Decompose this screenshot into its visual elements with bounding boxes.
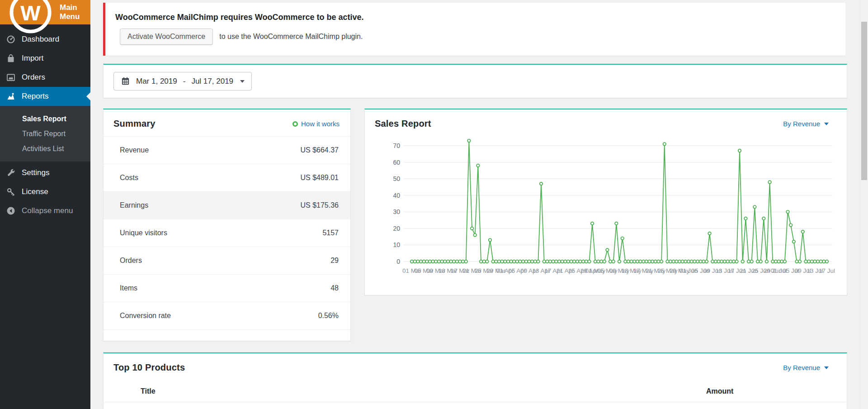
how-it-works-link[interactable]: How it works xyxy=(292,120,340,128)
top-products-card: Top 10 Products By Revenue Title Amount xyxy=(103,352,847,409)
filter-label: By Revenue xyxy=(783,120,820,128)
summary-row-revenue: Revenue US $664.37 xyxy=(104,136,350,164)
svg-text:10: 10 xyxy=(393,241,400,248)
row-value: 29 xyxy=(330,257,339,265)
row-value: US $489.01 xyxy=(300,174,339,182)
main-menu-label: Main Menu xyxy=(60,3,85,21)
row-label: Conversion rate xyxy=(120,312,171,320)
submenu-item-traffic-report[interactable]: Traffic Report xyxy=(0,126,90,141)
row-value: US $664.37 xyxy=(300,146,339,154)
line-chart-icon xyxy=(6,91,16,101)
summary-rows: Revenue US $664.37 Costs US $489.01 Earn… xyxy=(104,136,350,330)
top-products-title: Top 10 Products xyxy=(113,362,185,373)
key-icon xyxy=(6,187,16,197)
summary-row-costs: Costs US $489.01 xyxy=(104,164,350,191)
sidebar-item-label: Orders xyxy=(22,73,45,82)
summary-row-unique-visitors: Unique visitors 5157 xyxy=(104,219,350,247)
sidebar-item-collapse-menu[interactable]: Collapse menu xyxy=(0,201,90,220)
area-chart-frame-icon xyxy=(6,72,16,82)
notice-title: WooCommerce MailChimp requires WooCommer… xyxy=(105,3,845,22)
submenu-item-activities-list[interactable]: Activities List xyxy=(0,141,90,156)
summary-row-items: Items 48 xyxy=(104,274,350,302)
notice-suffix-text: to use the WooCommerce MailChimp plugin. xyxy=(219,33,363,41)
wrench-icon xyxy=(6,168,16,178)
date-start: Mar 1, 2019 xyxy=(136,77,177,86)
row-label: Items xyxy=(120,284,137,292)
sidebar-item-label: Collapse menu xyxy=(22,206,73,215)
sidebar-item-label: Reports xyxy=(22,92,49,101)
gauge-icon xyxy=(6,34,16,44)
row-value: 5157 xyxy=(322,229,339,237)
svg-text:70: 70 xyxy=(393,142,400,149)
row-value: 48 xyxy=(330,284,339,292)
row-value: 0.56% xyxy=(318,312,339,320)
date-filter-card: Mar 1, 2019 - Jul 17, 2019 xyxy=(103,64,847,98)
active-item-arrow xyxy=(86,92,90,100)
row-label: Earnings xyxy=(120,201,148,209)
row-label: Orders xyxy=(120,257,142,265)
svg-text:0: 0 xyxy=(396,258,400,265)
sidebar-item-label: Settings xyxy=(22,168,49,177)
sidebar-item-dashboard[interactable]: Dashboard xyxy=(0,30,90,49)
caret-down-icon xyxy=(824,123,829,125)
row-label: Unique visitors xyxy=(120,229,167,237)
sidebar-item-label: Dashboard xyxy=(22,35,59,44)
reports-page: W Main Menu Dashboard Import xyxy=(0,0,868,409)
caret-down-icon xyxy=(824,366,829,369)
sidebar-menu: Dashboard Import Orders xyxy=(0,24,90,220)
date-range-button[interactable]: Mar 1, 2019 - Jul 17, 2019 xyxy=(113,72,252,90)
top-products-filter-dropdown[interactable]: By Revenue xyxy=(783,364,829,371)
sidebar-item-label: License xyxy=(22,187,48,196)
date-separator: - xyxy=(183,77,186,86)
page-scrollbar[interactable] xyxy=(860,0,868,409)
sales-report-card: Sales Report By Revenue 0102030405060700… xyxy=(364,109,847,295)
sidebar-item-import[interactable]: Import xyxy=(0,49,90,68)
shopping-bag-icon xyxy=(6,53,16,63)
svg-text:50: 50 xyxy=(393,175,400,182)
summary-row-earnings: Earnings US $175.36 xyxy=(104,191,350,219)
row-label: Costs xyxy=(120,174,138,182)
summary-card: Summary How it works Revenue US $664.37 … xyxy=(103,109,351,341)
caret-down-icon xyxy=(240,80,245,83)
circle-left-arrow-icon xyxy=(6,206,16,216)
sales-report-filter-dropdown[interactable]: By Revenue xyxy=(783,120,829,128)
filter-label: By Revenue xyxy=(783,364,820,371)
sidebar-item-reports[interactable]: Reports xyxy=(0,87,90,106)
summary-row-orders: Orders 29 xyxy=(104,247,350,274)
svg-text:40: 40 xyxy=(393,192,400,199)
row-label: Revenue xyxy=(120,146,149,154)
date-end: Jul 17, 2019 xyxy=(191,77,233,86)
svg-text:W: W xyxy=(20,0,41,24)
top-products-table-header: Title Amount xyxy=(104,382,846,402)
sales-chart: 01020304050607001 Mar05 Mar09 Mar13 Mar1… xyxy=(375,138,838,290)
column-header-title: Title xyxy=(104,387,594,395)
plugin-notice: WooCommerce MailChimp requires WooCommer… xyxy=(103,3,845,56)
sidebar-item-orders[interactable]: Orders xyxy=(0,68,90,87)
sidebar-item-label: Import xyxy=(22,54,43,63)
svg-text:17 Jul: 17 Jul xyxy=(819,267,835,274)
column-header-amount: Amount xyxy=(594,387,846,395)
submenu-item-sales-report[interactable]: Sales Report xyxy=(0,111,90,126)
scrollbar-thumb[interactable] xyxy=(861,22,867,180)
main-menu-header[interactable]: W Main Menu xyxy=(0,0,90,24)
summary-row-conversion-rate: Conversion rate 0.56% xyxy=(104,302,350,330)
row-value: US $175.36 xyxy=(300,201,339,209)
admin-sidebar: W Main Menu Dashboard Import xyxy=(0,0,90,409)
svg-text:20: 20 xyxy=(393,225,400,232)
sales-line-chart: 01020304050607001 Mar05 Mar09 Mar13 Mar1… xyxy=(375,138,838,290)
svg-text:60: 60 xyxy=(393,159,400,166)
svg-text:30: 30 xyxy=(393,208,400,215)
calendar-icon xyxy=(121,76,130,86)
reports-submenu: Sales Report Traffic Report Activities L… xyxy=(0,106,90,162)
summary-title: Summary xyxy=(113,119,156,129)
sidebar-item-license[interactable]: License xyxy=(0,182,90,201)
how-it-works-label: How it works xyxy=(301,120,340,128)
green-donut-icon xyxy=(292,121,298,127)
activate-woocommerce-button[interactable]: Activate WooCommerce xyxy=(120,29,213,45)
sales-report-title: Sales Report xyxy=(375,119,431,129)
sidebar-item-settings[interactable]: Settings xyxy=(0,163,90,182)
